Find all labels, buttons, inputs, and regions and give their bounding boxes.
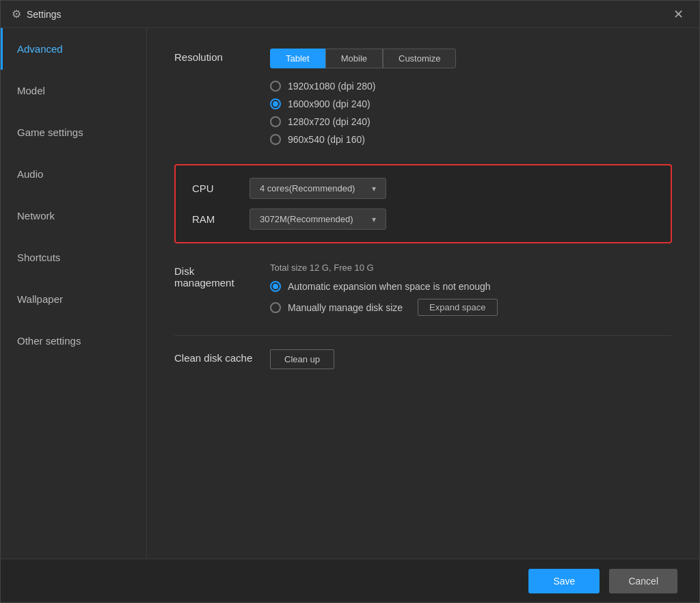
radio-manual xyxy=(270,302,281,313)
tab-mobile[interactable]: Mobile xyxy=(325,49,383,68)
cpu-dropdown-arrow: ▾ xyxy=(372,184,376,193)
resolution-content: Tablet Mobile Customize 1920x1080 (dpi 2… xyxy=(270,49,672,145)
radio-1600 xyxy=(270,98,281,109)
sidebar-item-model[interactable]: Model xyxy=(1,70,146,111)
clean-disk-label: Clean disk cache xyxy=(174,349,270,364)
ram-dropdown[interactable]: 3072M(Recommended) ▾ xyxy=(250,209,386,230)
ram-row: RAM 3072M(Recommended) ▾ xyxy=(192,209,654,230)
settings-icon: ⚙ xyxy=(12,8,21,21)
divider xyxy=(174,335,672,336)
clean-disk-content: Clean up xyxy=(270,349,672,369)
main-content: Resolution Tablet Mobile Customize 1920x… xyxy=(147,28,699,559)
close-button[interactable]: ✕ xyxy=(668,4,688,25)
window-title: Settings xyxy=(27,9,668,20)
disk-section: Disk management Total size 12 G, Free 10… xyxy=(174,263,672,316)
sidebar-item-wallpaper[interactable]: Wallpaper xyxy=(1,278,146,320)
radio-auto-expand xyxy=(270,281,281,292)
expand-space-button[interactable]: Expand space xyxy=(418,299,497,316)
resolution-section: Resolution Tablet Mobile Customize 1920x… xyxy=(174,49,672,145)
sidebar: Advanced Model Game settings Audio Netwo… xyxy=(1,28,147,559)
cpu-dropdown[interactable]: 4 cores(Recommended) ▾ xyxy=(250,178,386,199)
cpu-ram-box: CPU 4 cores(Recommended) ▾ RAM 3072M(Rec… xyxy=(174,164,672,243)
sidebar-item-shortcuts[interactable]: Shortcuts xyxy=(1,237,146,278)
disk-option-manual[interactable]: Manually manage disk size Expand space xyxy=(270,299,672,316)
sidebar-item-network[interactable]: Network xyxy=(1,195,146,237)
footer: Save Cancel xyxy=(1,559,699,602)
resolution-label: Resolution xyxy=(174,49,270,63)
ram-label: RAM xyxy=(192,213,233,225)
tab-customize[interactable]: Customize xyxy=(383,49,456,68)
disk-label: Disk management xyxy=(174,263,270,289)
sidebar-item-other-settings[interactable]: Other settings xyxy=(1,320,146,362)
cpu-value: 4 cores(Recommended) xyxy=(260,183,355,193)
titlebar: ⚙ Settings ✕ xyxy=(1,1,699,28)
save-button[interactable]: Save xyxy=(528,569,600,593)
resolution-option-1920[interactable]: 1920x1080 (dpi 280) xyxy=(270,81,672,92)
sidebar-item-advanced[interactable]: Advanced xyxy=(1,28,146,70)
cleanup-button[interactable]: Clean up xyxy=(270,349,334,369)
content-area: Advanced Model Game settings Audio Netwo… xyxy=(1,28,699,559)
cpu-row: CPU 4 cores(Recommended) ▾ xyxy=(192,178,654,199)
disk-option-auto[interactable]: Automatic expansion when space is not en… xyxy=(270,281,672,292)
radio-960 xyxy=(270,134,281,145)
tab-tablet[interactable]: Tablet xyxy=(270,49,325,68)
settings-window: ⚙ Settings ✕ Advanced Model Game setting… xyxy=(0,0,700,603)
sidebar-item-game-settings[interactable]: Game settings xyxy=(1,111,146,153)
cancel-button[interactable]: Cancel xyxy=(609,569,677,593)
resolution-tabs: Tablet Mobile Customize xyxy=(270,49,672,68)
cpu-label: CPU xyxy=(192,183,233,194)
clean-disk-section: Clean disk cache Clean up xyxy=(174,349,672,369)
resolution-radio-group: 1920x1080 (dpi 280) 1600x900 (dpi 240) 1… xyxy=(270,81,672,145)
disk-options: Automatic expansion when space is not en… xyxy=(270,281,672,316)
ram-dropdown-arrow: ▾ xyxy=(372,215,376,224)
resolution-option-1600[interactable]: 1600x900 (dpi 240) xyxy=(270,98,672,109)
radio-1920 xyxy=(270,81,281,92)
disk-info: Total size 12 G, Free 10 G xyxy=(270,263,672,273)
disk-content: Total size 12 G, Free 10 G Automatic exp… xyxy=(270,263,672,316)
ram-value: 3072M(Recommended) xyxy=(260,214,353,224)
sidebar-item-audio[interactable]: Audio xyxy=(1,153,146,195)
radio-1280 xyxy=(270,116,281,127)
resolution-option-960[interactable]: 960x540 (dpi 160) xyxy=(270,134,672,145)
resolution-option-1280[interactable]: 1280x720 (dpi 240) xyxy=(270,116,672,127)
